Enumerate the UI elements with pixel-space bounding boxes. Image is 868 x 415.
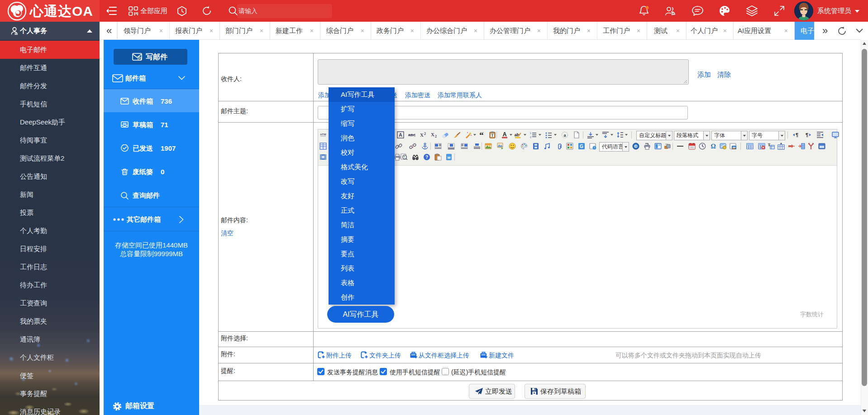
svg-text:“: “ [479,131,484,138]
svg-text:¶: ¶ [806,132,808,138]
svg-text:2: 2 [424,132,426,136]
svg-text:HTM: HTM [320,133,326,136]
svg-text:?: ? [425,155,428,160]
svg-text:A: A [399,132,402,138]
svg-text:¶: ¶ [796,132,798,138]
svg-text:G: G [580,144,583,149]
svg-text:Ω: Ω [711,143,715,150]
svg-text:T: T [491,134,494,138]
svg-text:2: 2 [435,134,437,138]
svg-text:1: 1 [530,132,532,134]
svg-text:a: a [563,133,566,138]
svg-text:ab: ab [515,133,520,137]
svg-text:2: 2 [530,136,532,138]
svg-text:X: X [431,132,434,137]
svg-text:w: w [447,155,451,160]
svg-text:X: X [420,132,424,138]
svg-text:A: A [503,131,507,138]
